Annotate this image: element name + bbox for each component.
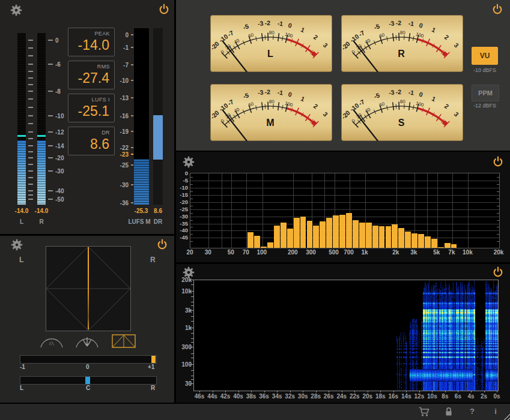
dr-label: DR (154, 218, 162, 225)
settings-gear-icon[interactable] (183, 156, 195, 170)
dome-burst-icon (75, 334, 99, 349)
power-icon[interactable] (493, 156, 503, 170)
plugin-window: 0-6-8-10-12-14-20-30-40-50 PEAK -14.0 RM… (0, 0, 510, 420)
vu-meter: -20-10-7-5-3-2-10123020406080100R (341, 15, 463, 72)
svg-text:-1: -1 (408, 20, 414, 28)
scope-trace (88, 247, 89, 329)
vectorscope-display (46, 246, 131, 331)
spectrogram-panel: 20k10k3k1k30010030 46s44s42s40s38s36s34s… (176, 264, 510, 403)
power-icon[interactable] (492, 4, 503, 17)
power-icon[interactable] (493, 266, 503, 280)
svg-text:-3: -3 (257, 88, 264, 96)
svg-text:80: 80 (400, 30, 406, 35)
power-icon[interactable] (159, 4, 169, 17)
svg-text:-3: -3 (388, 19, 395, 27)
svg-text:-2: -2 (265, 88, 271, 95)
svg-text:R: R (398, 49, 405, 59)
svg-text:80: 80 (269, 30, 275, 35)
spectrum-plot (190, 173, 500, 248)
svg-text:-1: -1 (277, 20, 284, 28)
balance-left-label: L (20, 385, 23, 391)
spectrogram-canvas (194, 280, 498, 391)
scope-mode-cloud-button[interactable] (40, 334, 64, 349)
svg-text:-1: -1 (408, 89, 414, 97)
vu-meter: -20-10-7-5-3-2-10123020406080100M (210, 84, 332, 141)
svg-text:80: 80 (400, 99, 406, 104)
vu-meter: -20-10-7-5-3-2-10123020406080100L (210, 15, 332, 72)
meter-label-L: L (20, 218, 23, 225)
svg-text:M: M (266, 118, 274, 128)
correlation-max-label: +1 (148, 364, 154, 370)
scope-right-label: R (150, 256, 156, 264)
svg-text:80: 80 (269, 99, 275, 104)
dr-fill (153, 115, 163, 160)
svg-text:-2: -2 (396, 19, 402, 26)
settings-gear-icon[interactable] (11, 239, 23, 253)
balance-handle[interactable] (85, 377, 90, 384)
meter-value-R: -14.0 (35, 208, 49, 214)
lock-icon[interactable] (445, 407, 453, 419)
svg-text:-2: -2 (396, 88, 402, 95)
ppm-mode-sublabel: -12 dBFS (469, 103, 500, 109)
correlation-handle[interactable] (151, 356, 156, 363)
scope-mode-panorama-button[interactable] (112, 334, 136, 349)
info-icon[interactable]: i (491, 407, 500, 416)
settings-gear-icon[interactable] (10, 4, 22, 19)
vu-meter-panel: -20-10-7-5-3-2-10123020406080100L -20-10… (176, 0, 510, 151)
power-icon[interactable] (157, 239, 168, 253)
svg-text:-3: -3 (257, 19, 264, 27)
balance-meter[interactable] (20, 376, 157, 385)
meter-value-L: -14.0 (15, 208, 29, 214)
lufs-meter (134, 28, 149, 205)
scope-left-label: L (19, 256, 23, 264)
svg-text:-1: -1 (277, 89, 284, 97)
vu-mode-sublabel: -10 dBFS (469, 67, 500, 73)
dr-value: 8.6 (154, 208, 162, 214)
correlation-mid-label: 0 (86, 364, 90, 370)
bottom-toolbar: ? i (0, 404, 510, 420)
svg-text:S: S (398, 118, 405, 128)
ppm-mode-button[interactable]: PPM (472, 85, 499, 101)
balance-center-label: C (86, 385, 90, 391)
spectrum-analyzer-panel: 0-5-10-15-20-25-30-35-40-45 203050701002… (176, 152, 510, 262)
meter-label-R: R (39, 218, 43, 225)
help-icon[interactable]: ? (468, 407, 476, 416)
lufs-fill (134, 159, 149, 205)
dome-scatter-icon (40, 334, 64, 349)
lufs-scale: 0-1-7-10-13-16-19-22-23-25-30-36 (0, 28, 133, 205)
lufs-label: LUFS M (128, 218, 150, 225)
panorama-diamond-icon (112, 334, 136, 349)
stereo-scope-panel: L R (0, 236, 174, 403)
lufs-value: -25.3 (135, 208, 148, 214)
svg-text:L: L (267, 49, 273, 59)
correlation-meter[interactable] (20, 355, 157, 364)
level-meter-panel: 0-6-8-10-12-14-20-30-40-50 PEAK -14.0 RM… (0, 0, 174, 234)
svg-text:-3: -3 (388, 88, 395, 96)
cart-icon[interactable] (419, 407, 430, 419)
balance-right-label: R (151, 385, 155, 391)
scope-mode-burst-button[interactable] (75, 334, 99, 349)
dr-meter (153, 28, 163, 205)
vu-meter: -20-10-7-5-3-2-10123020406080100S (341, 84, 463, 141)
correlation-min-label: -1 (20, 364, 25, 370)
svg-text:-2: -2 (265, 19, 271, 26)
vu-mode-button[interactable]: VU (472, 47, 498, 65)
resize-handle[interactable] (501, 411, 510, 420)
spectrogram-plot (193, 280, 499, 391)
